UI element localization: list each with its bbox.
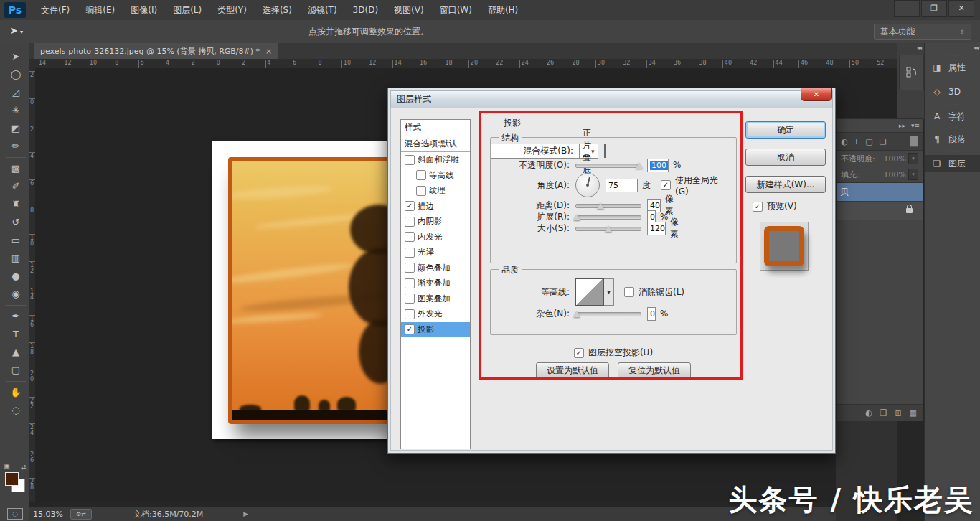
dock-item-属性[interactable]: ◨属性 [925, 59, 980, 76]
filter-toggle[interactable] [910, 136, 918, 147]
minimize-button[interactable]: — [894, 0, 920, 17]
panel-collapse-icon[interactable]: ▸▸ [899, 122, 905, 129]
status-gear-icon[interactable]: ⚙⇄ [70, 509, 92, 520]
move-tool-options-icon[interactable]: ➤▾ [10, 25, 23, 36]
menu-item-7[interactable]: 3D(D) [345, 0, 386, 20]
dialog-close-button[interactable]: ✕ [801, 88, 832, 101]
tab-close-icon[interactable]: × [265, 47, 272, 56]
dock-item-段落[interactable]: ¶段落 [925, 131, 980, 148]
path-select-tool[interactable]: ▲ [6, 343, 26, 361]
history-brush-tool[interactable]: ↺ [6, 213, 26, 231]
ok-button[interactable]: 确定 [745, 121, 826, 139]
blend-mode-select[interactable]: 正片叠底▾ [579, 144, 598, 159]
layer-row-selected[interactable]: 贝 [837, 182, 923, 201]
style-item-3[interactable]: 纹理 [401, 183, 470, 199]
angle-field[interactable]: 75 [606, 179, 638, 192]
reset-default-button[interactable]: 复位为默认值 [618, 362, 691, 379]
menu-item-0[interactable]: 文件(F) [33, 0, 77, 20]
style-checkbox[interactable] [416, 170, 426, 180]
menu-item-9[interactable]: 窗口(W) [432, 0, 480, 20]
opacity-slider-thumb[interactable] [636, 162, 643, 169]
quick-mask-button[interactable]: ◌ [7, 508, 23, 520]
opacity-field[interactable]: 100 [647, 159, 669, 172]
style-checkbox[interactable] [405, 294, 415, 304]
opacity-caret-icon[interactable]: ▾ [908, 153, 918, 164]
size-field[interactable]: 120 [647, 222, 666, 235]
filter-adjustment-icon[interactable]: ◐ [841, 137, 848, 146]
marquee-tool[interactable]: ◯ [6, 65, 26, 83]
style-item-11[interactable]: 外发光 [401, 306, 470, 322]
menu-item-5[interactable]: 选择(S) [255, 0, 300, 20]
style-checkbox[interactable] [405, 248, 415, 258]
global-light-checkbox[interactable] [661, 180, 671, 190]
filter-shape-icon[interactable]: ▢ [865, 137, 872, 146]
noise-field[interactable]: 0 [647, 307, 656, 321]
fill-caret-icon[interactable]: ▾ [908, 169, 918, 180]
style-item-4[interactable]: 描边 [401, 199, 470, 215]
delete-layer-icon[interactable]: ▦ [910, 408, 917, 418]
knockout-checkbox[interactable] [574, 348, 584, 358]
foreground-color-swatch[interactable] [5, 472, 19, 486]
filter-type-icon[interactable]: T [854, 137, 859, 146]
style-checkbox[interactable] [405, 232, 415, 242]
style-checkbox[interactable] [416, 186, 426, 196]
style-item-10[interactable]: 图案叠加 [401, 291, 470, 307]
menu-item-2[interactable]: 图像(I) [123, 0, 165, 20]
distance-slider[interactable] [575, 200, 641, 210]
contour-thumbnail[interactable] [575, 278, 604, 306]
caret-down-icon[interactable]: ▾ [604, 278, 614, 306]
cancel-button[interactable]: 取消 [745, 149, 826, 166]
zoom-level-field[interactable]: 15.03% [33, 510, 63, 519]
swap-colors-icon[interactable]: ⇄ [21, 464, 27, 471]
size-slider-thumb[interactable] [605, 225, 612, 232]
new-style-button[interactable]: 新建样式(W)... [745, 176, 826, 193]
style-checkbox[interactable] [405, 309, 415, 319]
new-layer-icon[interactable]: ⊞ [895, 408, 901, 418]
status-menu-arrow-icon[interactable]: ▶ [243, 510, 248, 517]
eyedropper-tool[interactable]: ✏ [6, 137, 26, 155]
close-button[interactable]: ✕ [948, 0, 974, 17]
spread-slider-thumb[interactable] [573, 214, 580, 220]
crop-tool[interactable]: ◩ [6, 119, 26, 137]
dock-item-图层[interactable]: ❏图层 [925, 155, 980, 172]
hand-tool[interactable]: ✋ [6, 381, 26, 401]
opacity-value[interactable]: 100% [884, 154, 906, 164]
adjustment-layer-icon[interactable]: ◐ [865, 408, 872, 418]
style-item-6[interactable]: 内发光 [401, 230, 470, 245]
style-checkbox[interactable] [405, 201, 415, 211]
menu-item-3[interactable]: 图层(L) [165, 0, 209, 20]
anti-alias-checkbox[interactable] [624, 287, 634, 297]
dodge-tool[interactable]: ◉ [6, 285, 26, 303]
collapse-dock-icon[interactable]: ◂◂ [974, 44, 978, 51]
menu-item-8[interactable]: 视图(V) [386, 0, 432, 20]
style-item-8[interactable]: 颜色叠加 [401, 260, 470, 276]
noise-slider-thumb[interactable] [573, 311, 580, 317]
menu-item-1[interactable]: 编辑(E) [77, 0, 123, 20]
gradient-tool[interactable]: ▥ [6, 249, 26, 267]
style-item-9[interactable]: 渐变叠加 [401, 276, 470, 291]
group-icon[interactable]: ❒ [880, 408, 887, 418]
shape-tool[interactable]: ▢ [6, 361, 26, 379]
photo-layer[interactable] [228, 157, 392, 424]
style-item-5[interactable]: 内阴影 [401, 214, 470, 230]
lasso-tool[interactable]: ◿ [6, 83, 26, 101]
dock-item-3D[interactable]: ◇3D [925, 83, 980, 100]
style-checkbox[interactable] [405, 217, 415, 227]
blur-tool[interactable]: ● [6, 267, 26, 285]
angle-dial[interactable] [575, 173, 600, 197]
dock-item-字符[interactable]: A字符 [925, 108, 980, 125]
style-checkbox[interactable] [405, 278, 415, 288]
noise-slider[interactable] [575, 309, 641, 319]
style-item-2[interactable]: 等高线 [401, 168, 470, 184]
magic-wand-tool[interactable]: ✳ [6, 101, 26, 119]
shadow-color-swatch[interactable] [604, 144, 606, 158]
eraser-tool[interactable]: ▭ [6, 231, 26, 249]
distance-slider-thumb[interactable] [597, 202, 604, 209]
brush-tool[interactable]: ✐ [6, 177, 26, 195]
style-checkbox[interactable] [405, 263, 415, 273]
collapse-panels-icon[interactable]: ◂◂ [917, 44, 921, 51]
document-tab[interactable]: pexels-photo-326132.jpeg @ 15% (背景 拷贝, R… [34, 43, 278, 59]
healing-brush-tool[interactable]: ▩ [6, 157, 26, 177]
style-item-0[interactable]: 混合选项:默认 [401, 136, 470, 153]
size-slider[interactable] [575, 223, 641, 233]
